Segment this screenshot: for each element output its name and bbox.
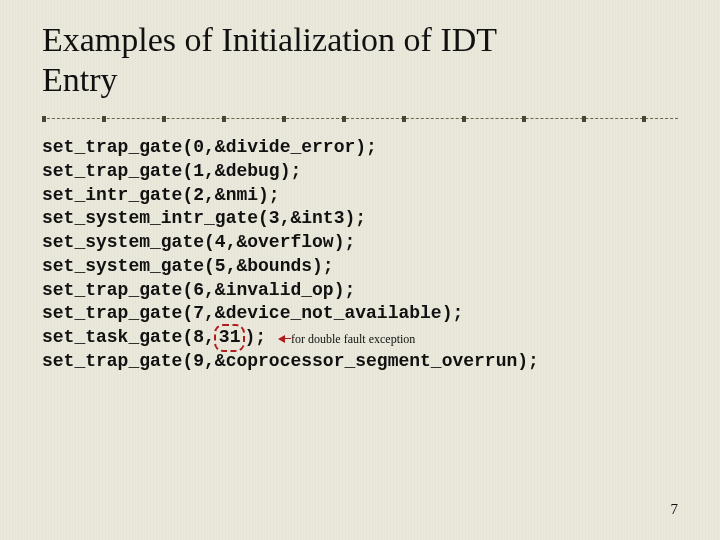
callout-annotation: for double fault exception [278, 332, 415, 346]
slide-title: Examples of Initialization of IDT Entry [42, 20, 678, 100]
slide: Examples of Initialization of IDT Entry … [0, 0, 720, 540]
code-line: set_trap_gate(6,&invalid_op); [42, 279, 678, 303]
highlighted-value: 31 [219, 327, 241, 347]
title-separator [42, 116, 678, 122]
code-line: set_system_gate(5,&bounds); [42, 255, 678, 279]
code-line: set_trap_gate(0,&divide_error); [42, 136, 678, 160]
code-fragment: ); [244, 327, 266, 347]
title-line-2: Entry [42, 61, 118, 98]
code-line: set_trap_gate(9,&coprocessor_segment_ove… [42, 350, 678, 374]
code-line: set_intr_gate(2,&nmi); [42, 184, 678, 208]
arrow-left-icon [278, 335, 288, 343]
title-line-1: Examples of Initialization of IDT [42, 21, 497, 58]
code-line: set_system_gate(4,&overflow); [42, 231, 678, 255]
code-block: set_trap_gate(0,&divide_error); set_trap… [42, 136, 678, 374]
annotation-text: for double fault exception [291, 332, 415, 346]
code-line: set_system_intr_gate(3,&int3); [42, 207, 678, 231]
code-fragment: set_task_gate(8, [42, 327, 215, 347]
code-line-with-callout: set_task_gate(8,31);for double fault exc… [42, 326, 678, 350]
code-line: set_trap_gate(7,&device_not_available); [42, 302, 678, 326]
page-number: 7 [671, 501, 679, 518]
highlight-box: 31 [214, 324, 246, 352]
code-line: set_trap_gate(1,&debug); [42, 160, 678, 184]
